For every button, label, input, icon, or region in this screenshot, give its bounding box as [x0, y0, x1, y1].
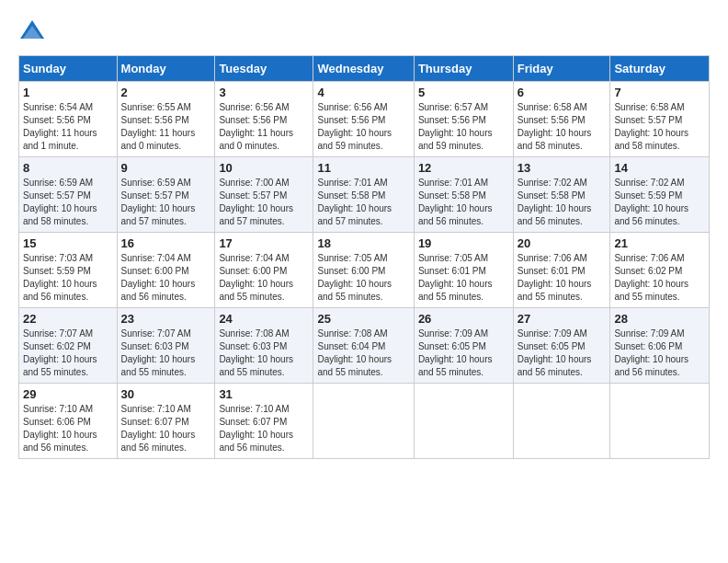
day-number: 7: [614, 86, 705, 99]
day-number: 9: [121, 161, 211, 175]
day-info: Sunrise: 7:10 AM Sunset: 6:07 PM Dayligh…: [219, 403, 309, 454]
calendar-cell: 2Sunrise: 6:55 AM Sunset: 5:56 PM Daylig…: [117, 82, 215, 157]
day-number: 15: [23, 236, 113, 250]
calendar-cell: 4Sunrise: 6:56 AM Sunset: 5:56 PM Daylig…: [313, 82, 414, 157]
day-info: Sunrise: 7:02 AM Sunset: 5:58 PM Dayligh…: [518, 177, 607, 228]
page-header: [18, 18, 710, 46]
calendar-cell: 5Sunrise: 6:57 AM Sunset: 5:56 PM Daylig…: [414, 82, 513, 157]
day-info: Sunrise: 7:05 AM Sunset: 6:00 PM Dayligh…: [317, 252, 409, 304]
day-number: 11: [317, 161, 409, 175]
calendar-cell: [313, 384, 414, 459]
logo: [18, 18, 48, 46]
calendar-week-row: 15Sunrise: 7:03 AM Sunset: 5:59 PM Dayli…: [19, 233, 710, 308]
calendar-cell: 29Sunrise: 7:10 AM Sunset: 6:06 PM Dayli…: [19, 384, 118, 459]
day-info: Sunrise: 7:04 AM Sunset: 6:00 PM Dayligh…: [219, 252, 309, 304]
day-number: 3: [219, 86, 309, 99]
day-number: 24: [219, 312, 309, 326]
day-number: 6: [518, 86, 607, 99]
day-number: 8: [23, 161, 113, 175]
calendar-cell: 16Sunrise: 7:04 AM Sunset: 6:00 PM Dayli…: [117, 233, 215, 308]
day-info: Sunrise: 6:56 AM Sunset: 5:56 PM Dayligh…: [317, 101, 409, 153]
day-number: 28: [614, 312, 705, 326]
day-number: 10: [219, 161, 309, 175]
day-of-week-header: Saturday: [610, 56, 710, 82]
day-number: 16: [121, 236, 211, 250]
day-info: Sunrise: 7:04 AM Sunset: 6:00 PM Dayligh…: [121, 252, 211, 304]
day-number: 30: [121, 387, 211, 401]
calendar-cell: 18Sunrise: 7:05 AM Sunset: 6:00 PM Dayli…: [313, 233, 414, 308]
day-number: 2: [121, 86, 211, 99]
day-info: Sunrise: 7:08 AM Sunset: 6:03 PM Dayligh…: [219, 327, 309, 379]
day-info: Sunrise: 7:09 AM Sunset: 6:05 PM Dayligh…: [518, 327, 607, 379]
day-number: 20: [518, 236, 607, 250]
day-info: Sunrise: 6:58 AM Sunset: 5:56 PM Dayligh…: [518, 101, 607, 153]
day-number: 17: [219, 236, 309, 250]
day-info: Sunrise: 6:54 AM Sunset: 5:56 PM Dayligh…: [23, 101, 113, 153]
day-info: Sunrise: 7:09 AM Sunset: 6:05 PM Dayligh…: [418, 327, 509, 379]
day-info: Sunrise: 6:58 AM Sunset: 5:57 PM Dayligh…: [614, 101, 705, 153]
calendar-cell: 17Sunrise: 7:04 AM Sunset: 6:00 PM Dayli…: [215, 233, 313, 308]
calendar-cell: 7Sunrise: 6:58 AM Sunset: 5:57 PM Daylig…: [610, 82, 710, 157]
day-info: Sunrise: 7:09 AM Sunset: 6:06 PM Dayligh…: [614, 327, 705, 379]
calendar-cell: 27Sunrise: 7:09 AM Sunset: 6:05 PM Dayli…: [513, 308, 610, 384]
day-info: Sunrise: 7:08 AM Sunset: 6:04 PM Dayligh…: [317, 327, 409, 379]
calendar-cell: 8Sunrise: 6:59 AM Sunset: 5:57 PM Daylig…: [19, 157, 118, 233]
calendar-cell: [414, 384, 513, 459]
day-info: Sunrise: 6:59 AM Sunset: 5:57 PM Dayligh…: [121, 177, 211, 228]
day-info: Sunrise: 7:10 AM Sunset: 6:06 PM Dayligh…: [23, 403, 113, 454]
day-number: 19: [418, 236, 509, 250]
day-number: 31: [219, 387, 309, 401]
day-info: Sunrise: 6:59 AM Sunset: 5:57 PM Dayligh…: [23, 177, 113, 228]
calendar-week-row: 29Sunrise: 7:10 AM Sunset: 6:06 PM Dayli…: [19, 384, 710, 459]
day-of-week-header: Friday: [513, 56, 610, 82]
day-number: 18: [317, 236, 409, 250]
day-info: Sunrise: 7:06 AM Sunset: 6:02 PM Dayligh…: [614, 252, 705, 304]
day-of-week-header: Monday: [117, 56, 215, 82]
calendar-cell: 13Sunrise: 7:02 AM Sunset: 5:58 PM Dayli…: [513, 157, 610, 233]
day-info: Sunrise: 7:10 AM Sunset: 6:07 PM Dayligh…: [121, 403, 211, 454]
calendar-cell: 1Sunrise: 6:54 AM Sunset: 5:56 PM Daylig…: [19, 82, 118, 157]
calendar-cell: 3Sunrise: 6:56 AM Sunset: 5:56 PM Daylig…: [215, 82, 313, 157]
calendar-cell: 31Sunrise: 7:10 AM Sunset: 6:07 PM Dayli…: [215, 384, 313, 459]
day-info: Sunrise: 7:01 AM Sunset: 5:58 PM Dayligh…: [418, 177, 509, 228]
day-number: 27: [518, 312, 607, 326]
calendar-table: SundayMondayTuesdayWednesdayThursdayFrid…: [18, 55, 710, 459]
calendar-cell: 24Sunrise: 7:08 AM Sunset: 6:03 PM Dayli…: [215, 308, 313, 384]
day-of-week-header: Wednesday: [313, 56, 414, 82]
calendar-week-row: 8Sunrise: 6:59 AM Sunset: 5:57 PM Daylig…: [19, 157, 710, 233]
day-number: 13: [518, 161, 607, 175]
calendar-cell: 28Sunrise: 7:09 AM Sunset: 6:06 PM Dayli…: [610, 308, 710, 384]
calendar-cell: 11Sunrise: 7:01 AM Sunset: 5:58 PM Dayli…: [313, 157, 414, 233]
day-number: 1: [23, 86, 113, 99]
calendar-cell: [610, 384, 710, 459]
calendar-cell: [513, 384, 610, 459]
calendar-cell: 22Sunrise: 7:07 AM Sunset: 6:02 PM Dayli…: [19, 308, 118, 384]
day-of-week-header: Thursday: [414, 56, 513, 82]
day-number: 29: [23, 387, 113, 401]
day-number: 21: [614, 236, 705, 250]
day-info: Sunrise: 7:07 AM Sunset: 6:02 PM Dayligh…: [23, 327, 113, 379]
day-number: 4: [317, 86, 409, 99]
day-number: 22: [23, 312, 113, 326]
day-info: Sunrise: 7:02 AM Sunset: 5:59 PM Dayligh…: [614, 177, 705, 228]
day-of-week-header: Tuesday: [215, 56, 313, 82]
day-info: Sunrise: 6:56 AM Sunset: 5:56 PM Dayligh…: [219, 101, 309, 153]
calendar-cell: 6Sunrise: 6:58 AM Sunset: 5:56 PM Daylig…: [513, 82, 610, 157]
calendar-cell: 10Sunrise: 7:00 AM Sunset: 5:57 PM Dayli…: [215, 157, 313, 233]
day-number: 23: [121, 312, 211, 326]
day-number: 5: [418, 86, 509, 99]
calendar-cell: 14Sunrise: 7:02 AM Sunset: 5:59 PM Dayli…: [610, 157, 710, 233]
day-of-week-header: Sunday: [19, 56, 118, 82]
day-number: 26: [418, 312, 509, 326]
day-info: Sunrise: 7:05 AM Sunset: 6:01 PM Dayligh…: [418, 252, 509, 304]
day-number: 14: [614, 161, 705, 175]
calendar-header-row: SundayMondayTuesdayWednesdayThursdayFrid…: [19, 56, 710, 82]
day-info: Sunrise: 7:00 AM Sunset: 5:57 PM Dayligh…: [219, 177, 309, 228]
day-info: Sunrise: 6:55 AM Sunset: 5:56 PM Dayligh…: [121, 101, 211, 153]
calendar-cell: 9Sunrise: 6:59 AM Sunset: 5:57 PM Daylig…: [117, 157, 215, 233]
day-info: Sunrise: 7:01 AM Sunset: 5:58 PM Dayligh…: [317, 177, 409, 228]
calendar-cell: 30Sunrise: 7:10 AM Sunset: 6:07 PM Dayli…: [117, 384, 215, 459]
day-number: 12: [418, 161, 509, 175]
calendar-cell: 25Sunrise: 7:08 AM Sunset: 6:04 PM Dayli…: [313, 308, 414, 384]
calendar-cell: 15Sunrise: 7:03 AM Sunset: 5:59 PM Dayli…: [19, 233, 118, 308]
